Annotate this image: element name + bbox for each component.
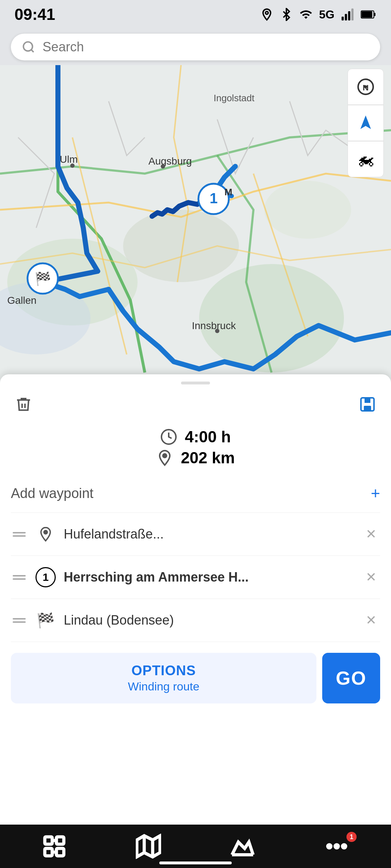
- search-icon: [22, 40, 35, 54]
- drag-handle-3[interactable]: [11, 616, 28, 625]
- map-icon: [136, 834, 161, 859]
- svg-rect-6: [362, 11, 372, 18]
- nav-more[interactable]: 1: [315, 832, 358, 861]
- waypoint-close-1[interactable]: ✕: [362, 523, 380, 545]
- svg-point-18: [161, 164, 165, 169]
- waypoint-text-2: Herrsching am Ammersee H...: [64, 570, 355, 585]
- go-label: GO: [336, 667, 367, 689]
- waypoint-number-badge-2: 1: [35, 567, 56, 587]
- wifi-icon: [299, 8, 312, 21]
- more-icon: [324, 834, 349, 859]
- search-container[interactable]: [11, 34, 380, 60]
- svg-point-50: [342, 845, 346, 848]
- save-button[interactable]: [355, 392, 380, 417]
- svg-point-30: [364, 85, 367, 88]
- route-distance: 202 km: [181, 449, 235, 467]
- svg-rect-41: [45, 848, 52, 856]
- svg-rect-40: [56, 848, 64, 856]
- clock-icon: [160, 428, 177, 446]
- svg-point-20: [215, 329, 219, 333]
- mountain-icon: [230, 834, 255, 859]
- waypoint-close-2[interactable]: ✕: [362, 566, 380, 588]
- navigate-icon: [357, 114, 375, 132]
- svg-rect-33: [365, 398, 370, 403]
- routes-icon: [42, 834, 67, 859]
- svg-rect-1: [345, 14, 347, 21]
- svg-point-12: [123, 210, 239, 282]
- svg-rect-39: [56, 837, 64, 844]
- svg-marker-31: [360, 115, 371, 129]
- home-indicator: [159, 861, 232, 864]
- flag-icon: 🏁: [37, 612, 55, 629]
- nav-explore[interactable]: [221, 832, 264, 861]
- compass-icon: N: [357, 78, 375, 96]
- vehicle-button[interactable]: 🏍: [348, 141, 384, 177]
- svg-rect-5: [374, 13, 375, 16]
- waypoint-item-2: 1 Herrsching am Ammersee H... ✕: [11, 556, 380, 599]
- route-duration: 4:00 h: [185, 428, 231, 446]
- svg-text:Ulm: Ulm: [60, 154, 78, 165]
- svg-point-13: [264, 181, 351, 239]
- add-waypoint-row[interactable]: Add waypoint +: [11, 474, 380, 513]
- svg-rect-0: [342, 17, 344, 21]
- svg-rect-34: [364, 406, 371, 411]
- bottom-buttons: OPTIONS Winding route GO: [11, 653, 380, 703]
- svg-point-7: [24, 42, 33, 51]
- status-time: 09:41: [14, 5, 55, 24]
- sheet-handle: [181, 382, 210, 384]
- waypoint-text-3: Lindau (Bodensee): [64, 613, 355, 628]
- options-button[interactable]: OPTIONS Winding route: [11, 653, 316, 703]
- map-controls: N 🏍: [348, 69, 384, 177]
- waypoint-close-3[interactable]: ✕: [362, 609, 380, 631]
- north-button[interactable]: N: [348, 69, 384, 105]
- go-button[interactable]: GO: [322, 653, 380, 703]
- nav-map[interactable]: [127, 832, 170, 861]
- svg-point-49: [335, 845, 339, 848]
- map-svg: Ulm Augsburg Innsbruck Gallen 1 🏁 M Ingo…: [0, 65, 391, 391]
- search-bar: [0, 29, 391, 65]
- svg-line-8: [31, 50, 34, 52]
- signal-icon: [341, 8, 354, 21]
- trash-icon: [15, 396, 32, 413]
- svg-text:Gallen: Gallen: [7, 295, 37, 306]
- svg-text:Augsburg: Augsburg: [148, 156, 192, 167]
- svg-text:1: 1: [210, 190, 218, 206]
- sheet-header: [11, 384, 380, 421]
- waypoint-text-1: Hufelandstraße...: [64, 527, 355, 542]
- svg-rect-3: [352, 9, 354, 21]
- svg-text:🏁: 🏁: [35, 271, 51, 286]
- svg-marker-44: [137, 836, 160, 857]
- svg-rect-2: [348, 11, 350, 21]
- nav-routes[interactable]: [33, 832, 76, 861]
- options-sub-label: Winding route: [128, 680, 199, 693]
- route-info: 4:00 h 202 km: [11, 421, 380, 474]
- notification-badge: 1: [346, 832, 357, 842]
- bottom-sheet: 4:00 h 202 km Add waypoint + Hufelandstr…: [0, 374, 391, 825]
- location-icon: [260, 8, 273, 21]
- bluetooth-icon: [280, 8, 293, 21]
- navigate-button[interactable]: [348, 105, 384, 141]
- options-label: OPTIONS: [131, 663, 196, 678]
- svg-text:Innsbruck: Innsbruck: [192, 320, 236, 331]
- save-icon: [359, 396, 376, 413]
- map-area[interactable]: Ulm Augsburg Innsbruck Gallen 1 🏁 M Ingo…: [0, 65, 391, 391]
- waypoint-number-icon-2: 1: [35, 566, 56, 588]
- svg-rect-38: [45, 837, 52, 844]
- svg-text:Ingolstadt: Ingolstadt: [214, 93, 255, 103]
- add-waypoint-label: Add waypoint: [11, 486, 93, 501]
- waypoint-location-icon-1: [35, 523, 56, 545]
- motorcycle-icon: 🏍: [357, 149, 374, 169]
- distance-icon: [156, 449, 173, 467]
- waypoint-item-3: 🏁 Lindau (Bodensee) ✕: [11, 599, 380, 642]
- delete-button[interactable]: [11, 392, 36, 417]
- status-bar: 09:41 5G: [0, 0, 391, 29]
- 5g-icon: 5G: [319, 8, 335, 21]
- add-waypoint-icon: +: [371, 484, 380, 502]
- search-input[interactable]: [43, 39, 369, 55]
- drag-handle-2[interactable]: [11, 573, 28, 582]
- svg-point-36: [163, 454, 167, 458]
- svg-point-16: [70, 163, 75, 168]
- status-icons: 5G: [260, 8, 377, 21]
- drag-handle-1[interactable]: [11, 530, 28, 539]
- waypoint-flag-icon-3: 🏁: [35, 609, 56, 631]
